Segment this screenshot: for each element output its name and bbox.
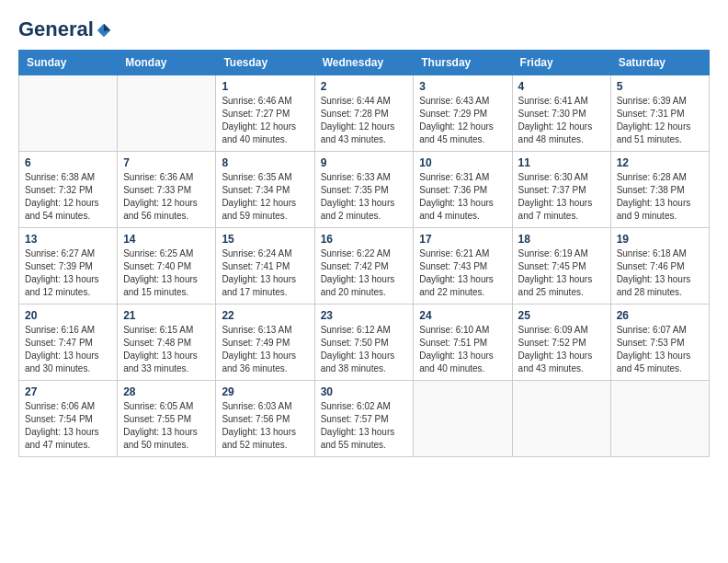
day-number: 20 xyxy=(25,309,111,322)
day-number: 7 xyxy=(123,156,210,169)
day-info: Sunrise: 6:44 AM Sunset: 7:28 PM Dayligh… xyxy=(321,95,408,146)
day-info: Sunrise: 6:46 AM Sunset: 7:27 PM Dayligh… xyxy=(222,95,308,146)
col-header-tuesday: Tuesday xyxy=(216,51,314,75)
day-info: Sunrise: 6:27 AM Sunset: 7:39 PM Dayligh… xyxy=(25,247,111,299)
day-info: Sunrise: 6:05 AM Sunset: 7:55 PM Dayligh… xyxy=(123,400,210,452)
calendar-header-row: SundayMondayTuesdayWednesdayThursdayFrid… xyxy=(19,51,710,75)
col-header-thursday: Thursday xyxy=(414,51,512,75)
calendar-cell: 17Sunrise: 6:21 AM Sunset: 7:43 PM Dayli… xyxy=(414,228,512,304)
day-number: 4 xyxy=(518,80,605,93)
day-number: 25 xyxy=(518,309,605,322)
calendar-cell: 26Sunrise: 6:07 AM Sunset: 7:53 PM Dayli… xyxy=(610,304,709,381)
day-info: Sunrise: 6:10 AM Sunset: 7:51 PM Dayligh… xyxy=(419,324,506,375)
calendar-table: SundayMondayTuesdayWednesdayThursdayFrid… xyxy=(18,50,710,457)
calendar-cell: 27Sunrise: 6:06 AM Sunset: 7:54 PM Dayli… xyxy=(19,381,118,457)
col-header-sunday: Sunday xyxy=(19,51,118,75)
day-number: 5 xyxy=(617,80,703,93)
calendar-cell xyxy=(414,381,512,457)
day-number: 29 xyxy=(222,385,308,398)
day-info: Sunrise: 6:24 AM Sunset: 7:41 PM Dayligh… xyxy=(222,247,308,299)
calendar-cell xyxy=(118,75,216,152)
day-info: Sunrise: 6:22 AM Sunset: 7:42 PM Dayligh… xyxy=(321,247,408,299)
calendar-week-row: 13Sunrise: 6:27 AM Sunset: 7:39 PM Dayli… xyxy=(19,228,710,304)
calendar-cell: 2Sunrise: 6:44 AM Sunset: 7:28 PM Daylig… xyxy=(314,75,414,152)
calendar-cell: 28Sunrise: 6:05 AM Sunset: 7:55 PM Dayli… xyxy=(118,381,216,457)
calendar-cell: 5Sunrise: 6:39 AM Sunset: 7:31 PM Daylig… xyxy=(610,75,709,152)
day-number: 11 xyxy=(518,156,605,169)
day-number: 28 xyxy=(123,385,210,398)
day-info: Sunrise: 6:03 AM Sunset: 7:56 PM Dayligh… xyxy=(222,400,308,452)
day-info: Sunrise: 6:06 AM Sunset: 7:54 PM Dayligh… xyxy=(25,400,111,452)
calendar-cell: 30Sunrise: 6:02 AM Sunset: 7:57 PM Dayli… xyxy=(314,381,414,457)
calendar-cell: 9Sunrise: 6:33 AM Sunset: 7:35 PM Daylig… xyxy=(314,152,414,228)
calendar-cell: 23Sunrise: 6:12 AM Sunset: 7:50 PM Dayli… xyxy=(314,304,414,381)
day-info: Sunrise: 6:38 AM Sunset: 7:32 PM Dayligh… xyxy=(25,171,111,223)
logo: General xyxy=(18,18,112,40)
col-header-monday: Monday xyxy=(118,51,216,75)
page-header: General xyxy=(18,18,710,40)
day-info: Sunrise: 6:12 AM Sunset: 7:50 PM Dayligh… xyxy=(321,324,408,375)
day-info: Sunrise: 6:41 AM Sunset: 7:30 PM Dayligh… xyxy=(518,95,605,146)
day-number: 23 xyxy=(321,309,408,322)
calendar-cell: 11Sunrise: 6:30 AM Sunset: 7:37 PM Dayli… xyxy=(512,152,610,228)
calendar-cell: 6Sunrise: 6:38 AM Sunset: 7:32 PM Daylig… xyxy=(19,152,118,228)
day-info: Sunrise: 6:07 AM Sunset: 7:53 PM Dayligh… xyxy=(617,324,703,375)
calendar-cell: 8Sunrise: 6:35 AM Sunset: 7:34 PM Daylig… xyxy=(216,152,314,228)
calendar-cell: 14Sunrise: 6:25 AM Sunset: 7:40 PM Dayli… xyxy=(118,228,216,304)
col-header-friday: Friday xyxy=(512,51,610,75)
day-info: Sunrise: 6:21 AM Sunset: 7:43 PM Dayligh… xyxy=(419,247,506,299)
svg-marker-1 xyxy=(104,24,110,31)
logo-text: General xyxy=(18,18,112,40)
day-number: 19 xyxy=(617,233,703,246)
calendar-cell: 3Sunrise: 6:43 AM Sunset: 7:29 PM Daylig… xyxy=(414,75,512,152)
day-info: Sunrise: 6:02 AM Sunset: 7:57 PM Dayligh… xyxy=(321,400,408,452)
day-number: 1 xyxy=(222,80,308,93)
day-number: 22 xyxy=(222,309,308,322)
day-info: Sunrise: 6:13 AM Sunset: 7:49 PM Dayligh… xyxy=(222,324,308,375)
day-number: 16 xyxy=(321,233,408,246)
calendar-cell: 15Sunrise: 6:24 AM Sunset: 7:41 PM Dayli… xyxy=(216,228,314,304)
logo-icon xyxy=(96,22,112,39)
calendar-cell: 12Sunrise: 6:28 AM Sunset: 7:38 PM Dayli… xyxy=(610,152,709,228)
calendar-week-row: 27Sunrise: 6:06 AM Sunset: 7:54 PM Dayli… xyxy=(19,381,710,457)
day-info: Sunrise: 6:43 AM Sunset: 7:29 PM Dayligh… xyxy=(419,95,506,146)
day-info: Sunrise: 6:31 AM Sunset: 7:36 PM Dayligh… xyxy=(419,171,506,223)
day-number: 15 xyxy=(222,233,308,246)
day-number: 18 xyxy=(518,233,605,246)
day-number: 10 xyxy=(419,156,506,169)
day-info: Sunrise: 6:36 AM Sunset: 7:33 PM Dayligh… xyxy=(123,171,210,223)
col-header-saturday: Saturday xyxy=(610,51,709,75)
day-info: Sunrise: 6:30 AM Sunset: 7:37 PM Dayligh… xyxy=(518,171,605,223)
calendar-cell: 16Sunrise: 6:22 AM Sunset: 7:42 PM Dayli… xyxy=(314,228,414,304)
calendar-cell: 13Sunrise: 6:27 AM Sunset: 7:39 PM Dayli… xyxy=(19,228,118,304)
calendar-cell: 4Sunrise: 6:41 AM Sunset: 7:30 PM Daylig… xyxy=(512,75,610,152)
calendar-cell: 25Sunrise: 6:09 AM Sunset: 7:52 PM Dayli… xyxy=(512,304,610,381)
day-number: 24 xyxy=(419,309,506,322)
calendar-cell: 1Sunrise: 6:46 AM Sunset: 7:27 PM Daylig… xyxy=(216,75,314,152)
calendar-cell: 29Sunrise: 6:03 AM Sunset: 7:56 PM Dayli… xyxy=(216,381,314,457)
day-number: 26 xyxy=(617,309,703,322)
calendar-cell: 20Sunrise: 6:16 AM Sunset: 7:47 PM Dayli… xyxy=(19,304,118,381)
day-number: 12 xyxy=(617,156,703,169)
day-number: 2 xyxy=(321,80,408,93)
calendar-cell: 21Sunrise: 6:15 AM Sunset: 7:48 PM Dayli… xyxy=(118,304,216,381)
day-info: Sunrise: 6:09 AM Sunset: 7:52 PM Dayligh… xyxy=(518,324,605,375)
calendar-week-row: 6Sunrise: 6:38 AM Sunset: 7:32 PM Daylig… xyxy=(19,152,710,228)
calendar-cell: 7Sunrise: 6:36 AM Sunset: 7:33 PM Daylig… xyxy=(118,152,216,228)
day-info: Sunrise: 6:39 AM Sunset: 7:31 PM Dayligh… xyxy=(617,95,703,146)
calendar-week-row: 1Sunrise: 6:46 AM Sunset: 7:27 PM Daylig… xyxy=(19,75,710,152)
day-number: 8 xyxy=(222,156,308,169)
calendar-cell xyxy=(19,75,118,152)
day-number: 27 xyxy=(25,385,111,398)
calendar-cell: 18Sunrise: 6:19 AM Sunset: 7:45 PM Dayli… xyxy=(512,228,610,304)
day-number: 9 xyxy=(321,156,408,169)
day-info: Sunrise: 6:25 AM Sunset: 7:40 PM Dayligh… xyxy=(123,247,210,299)
day-info: Sunrise: 6:18 AM Sunset: 7:46 PM Dayligh… xyxy=(617,247,703,299)
day-info: Sunrise: 6:19 AM Sunset: 7:45 PM Dayligh… xyxy=(518,247,605,299)
calendar-cell: 10Sunrise: 6:31 AM Sunset: 7:36 PM Dayli… xyxy=(414,152,512,228)
col-header-wednesday: Wednesday xyxy=(314,51,414,75)
day-number: 21 xyxy=(123,309,210,322)
day-number: 3 xyxy=(419,80,506,93)
day-number: 30 xyxy=(321,385,408,398)
day-info: Sunrise: 6:35 AM Sunset: 7:34 PM Dayligh… xyxy=(222,171,308,223)
